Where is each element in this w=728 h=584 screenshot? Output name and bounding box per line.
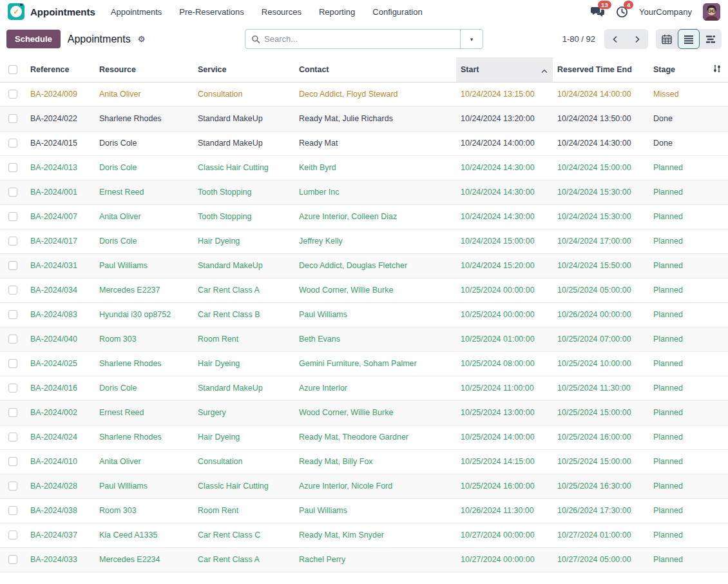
cell-resource: Room 303 bbox=[95, 498, 193, 523]
table-row[interactable]: BA-2024/025 Sharlene Rhodes Hair Dyeing … bbox=[0, 351, 728, 376]
table-row[interactable]: BA-2024/038 Room 303 Room Rent Paul Will… bbox=[0, 498, 728, 523]
table-row[interactable]: BA-2024/010 Anita Oliver Consultation Re… bbox=[0, 449, 728, 474]
table-row[interactable]: BA-2024/037 Kia Ceed A1335 Car Rent Clas… bbox=[0, 523, 728, 547]
column-header-service[interactable]: Service bbox=[193, 57, 294, 82]
cell-end: 10/24/2024 15:30:00 bbox=[553, 204, 649, 229]
column-header-start[interactable]: Start bbox=[456, 57, 553, 82]
table-row[interactable]: BA-2024/040 Room 303 Room Rent Beth Evan… bbox=[0, 327, 728, 351]
table-row[interactable]: BA-2024/083 Hyundai i30 op8752 Car Rent … bbox=[0, 302, 728, 327]
table-row[interactable]: BA-2024/031 Paul Williams Standard MakeU… bbox=[0, 253, 728, 278]
table-row[interactable]: BA-2024/013 Doris Cole Classic Hair Cutt… bbox=[0, 155, 728, 180]
column-header-start-label: Start bbox=[461, 65, 479, 74]
activities-button[interactable]: 4 bbox=[616, 6, 628, 18]
row-checkbox[interactable] bbox=[8, 457, 17, 466]
cell-stage: Missed bbox=[649, 82, 705, 106]
action-gear-icon[interactable]: ⚙ bbox=[138, 34, 146, 44]
table-row[interactable]: BA-2024/015 Doris Cole Standard MakeUp R… bbox=[0, 131, 728, 155]
row-checkbox[interactable] bbox=[8, 237, 17, 246]
table-row[interactable]: BA-2024/034 Mercedes E2237 Car Rent Clas… bbox=[0, 278, 728, 302]
row-checkbox[interactable] bbox=[8, 286, 17, 295]
table-row[interactable]: BA-2024/017 Doris Cole Hair Dyeing Jeffr… bbox=[0, 229, 728, 253]
table-row[interactable]: BA-2024/022 Sharlene Rhodes Standard Mak… bbox=[0, 106, 728, 131]
cell-reference: BA-2024/024 bbox=[26, 425, 95, 449]
activities-count-badge: 4 bbox=[624, 1, 633, 10]
menu-configuration[interactable]: Configuration bbox=[372, 7, 422, 17]
cell-resource: Doris Cole bbox=[95, 376, 193, 400]
cell-start: 10/25/2024 00:00:00 bbox=[456, 278, 553, 302]
row-checkbox[interactable] bbox=[8, 384, 17, 393]
row-checkbox[interactable] bbox=[8, 212, 17, 221]
stopwatch-knob bbox=[20, 4, 23, 6]
user-avatar[interactable] bbox=[703, 3, 720, 21]
cell-start: 10/24/2024 14:00:00 bbox=[456, 131, 553, 155]
row-checkbox[interactable] bbox=[8, 408, 17, 417]
cell-resource: Sharlene Rhodes bbox=[95, 106, 193, 131]
cell-reference: BA-2024/009 bbox=[26, 82, 95, 106]
row-select-cell bbox=[0, 425, 26, 449]
table-row[interactable]: BA-2024/002 Ernest Reed Surgery Wood Cor… bbox=[0, 400, 728, 425]
schedule-button[interactable]: Schedule bbox=[6, 30, 61, 48]
row-checkbox[interactable] bbox=[8, 188, 17, 197]
cell-reference: BA-2024/013 bbox=[26, 155, 95, 180]
cell-end: 10/25/2024 11:30:00 bbox=[553, 376, 649, 400]
select-all-checkbox[interactable] bbox=[8, 65, 17, 74]
column-header-contact[interactable]: Contact bbox=[294, 57, 456, 82]
messages-button[interactable]: 13 bbox=[590, 6, 605, 18]
row-select-cell bbox=[0, 204, 26, 229]
column-header-resource[interactable]: Resource bbox=[95, 57, 193, 82]
menu-appointments[interactable]: Appointments bbox=[111, 7, 162, 17]
table-row[interactable]: BA-2024/024 Sharlene Rhodes Hair Dyeing … bbox=[0, 425, 728, 449]
row-checkbox[interactable] bbox=[8, 359, 17, 368]
table-row[interactable]: BA-2024/033 Mercedes E2234 Car Rent Clas… bbox=[0, 547, 728, 572]
row-checkbox[interactable] bbox=[8, 506, 17, 515]
table-row[interactable]: BA-2024/016 Doris Cole Standard MakeUp A… bbox=[0, 376, 728, 400]
cell-start: 10/25/2024 16:00:00 bbox=[456, 474, 553, 498]
table-row[interactable]: BA-2024/009 Anita Oliver Consultation De… bbox=[0, 82, 728, 106]
search-dropdown-toggle[interactable]: ▾ bbox=[460, 30, 483, 48]
cell-end: 10/25/2024 15:00:00 bbox=[553, 400, 649, 425]
row-checkbox[interactable] bbox=[8, 482, 17, 491]
cell-reference: BA-2024/040 bbox=[26, 327, 95, 351]
cell-start: 10/26/2024 11:30:00 bbox=[456, 498, 553, 523]
cell-contact: Ready Mat, Julie Richards bbox=[294, 106, 456, 131]
cell-service: Hair Dyeing bbox=[193, 425, 294, 449]
pager-next-button[interactable] bbox=[626, 29, 648, 49]
gantt-view-button[interactable] bbox=[700, 29, 722, 49]
pager-previous-button[interactable] bbox=[604, 29, 626, 49]
cell-resource: Kia Ceed A1335 bbox=[95, 523, 193, 547]
row-checkbox[interactable] bbox=[8, 555, 17, 564]
cell-end: 10/26/2024 00:00:00 bbox=[553, 302, 649, 327]
calendar-view-button[interactable] bbox=[656, 29, 678, 49]
cell-service: Standard MakeUp bbox=[193, 253, 294, 278]
row-checkbox[interactable] bbox=[8, 163, 17, 172]
column-header-reserved-time-end[interactable]: Reserved Time End bbox=[553, 57, 649, 82]
cell-resource: Sharlene Rhodes bbox=[95, 425, 193, 449]
column-header-stage[interactable]: Stage bbox=[649, 57, 705, 82]
row-checkbox[interactable] bbox=[8, 530, 17, 540]
column-header-reference[interactable]: Reference bbox=[26, 57, 95, 82]
optional-columns-toggle[interactable] bbox=[705, 57, 728, 82]
top-navbar: ✓ Appointments Appointments Pre-Reservat… bbox=[0, 0, 728, 23]
app-brand-title[interactable]: Appointments bbox=[30, 6, 95, 17]
menu-pre-reservations[interactable]: Pre-Reservations bbox=[179, 7, 244, 17]
cell-reference: BA-2024/016 bbox=[26, 376, 95, 400]
company-name[interactable]: YourCompany bbox=[639, 7, 692, 17]
cell-stage: Planned bbox=[649, 204, 705, 229]
row-checkbox[interactable] bbox=[8, 310, 17, 319]
table-row[interactable]: BA-2024/007 Anita Oliver Tooth Stopping … bbox=[0, 204, 728, 229]
menu-reporting[interactable]: Reporting bbox=[319, 7, 355, 17]
list-view-button[interactable] bbox=[678, 29, 700, 49]
row-checkbox[interactable] bbox=[8, 90, 17, 99]
row-checkbox[interactable] bbox=[8, 261, 17, 270]
table-row[interactable]: BA-2024/001 Ernest Reed Tooth Stopping L… bbox=[0, 180, 728, 204]
menu-resources[interactable]: Resources bbox=[262, 7, 302, 17]
cell-stage: Planned bbox=[649, 278, 705, 302]
row-checkbox[interactable] bbox=[8, 114, 17, 123]
appointments-app-icon[interactable]: ✓ bbox=[8, 3, 24, 20]
search-input[interactable] bbox=[260, 34, 460, 44]
row-checkbox[interactable] bbox=[8, 433, 17, 442]
table-row[interactable]: BA-2024/028 Paul Williams Classic Hair C… bbox=[0, 474, 728, 498]
cell-service: Consultation bbox=[193, 82, 294, 106]
row-checkbox[interactable] bbox=[8, 335, 17, 344]
row-checkbox[interactable] bbox=[8, 139, 17, 148]
